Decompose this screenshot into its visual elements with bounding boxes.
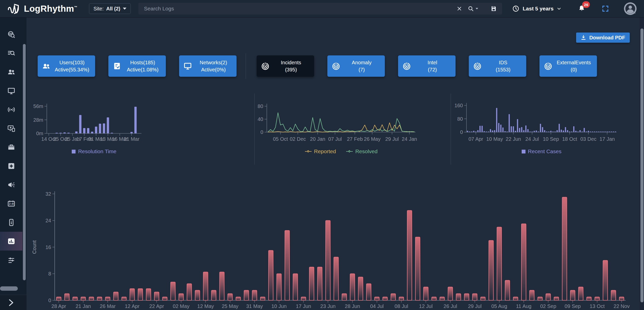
svg-text:29 Jul: 29 Jul: [385, 136, 399, 142]
alarms-icon: [7, 181, 16, 189]
svg-text:8: 8: [48, 271, 51, 276]
svg-text:24 Jul: 24 Jul: [525, 136, 539, 142]
svg-text:26 Jul: 26 Jul: [444, 303, 457, 309]
svg-text:10 Sep: 10 Sep: [543, 136, 559, 142]
users-icon: [42, 61, 51, 71]
expand-sidebar-button[interactable]: [0, 295, 27, 310]
svg-text:Count: Count: [32, 240, 37, 254]
time-range-selector[interactable]: Last 5 years: [512, 5, 561, 12]
target-icon: [544, 61, 553, 71]
settings-icon: [7, 256, 16, 264]
sidebar-item-network-activity[interactable]: [0, 100, 22, 119]
sidebar-item-dashboards[interactable]: [0, 232, 22, 251]
svg-text:12 Jul: 12 Jul: [419, 303, 433, 309]
recent-cases-panel: 08016007 Apr10 May22 Jun24 Jul10 Sep18 O…: [451, 94, 644, 165]
legend-marker: [346, 150, 353, 153]
sidebar-item-add-new[interactable]: [0, 157, 22, 175]
fullscreen-button[interactable]: [602, 5, 609, 12]
resolution-time-panel: 0m28m56m14 Oct25 Oct25 Jan17 Feb01 Mar13…: [27, 94, 254, 165]
legend-swatch: [522, 150, 525, 153]
chevron-down-icon: [476, 8, 478, 9]
save-search-icon[interactable]: [490, 5, 497, 12]
mobile-info-icon: [7, 218, 16, 227]
tab-ids[interactable]: IDS(1553): [469, 55, 526, 77]
legend-marker: [305, 150, 312, 153]
svg-text:09 Sep: 09 Sep: [565, 303, 581, 309]
svg-text:0: 0: [460, 129, 463, 135]
avatar-icon: [623, 2, 637, 16]
svg-text:04 Jul: 04 Jul: [370, 303, 384, 309]
svg-text:05 Oct: 05 Oct: [273, 136, 288, 142]
tab-externalevents[interactable]: ExternalEvents(0): [539, 55, 597, 77]
tab-label: Anomaly(7): [342, 59, 382, 73]
search-bar: [138, 3, 502, 14]
tab-users[interactable]: Users(103)Active(55.34%): [38, 55, 95, 77]
sidebar-item-host-monitor[interactable]: [0, 81, 22, 100]
svg-text:80: 80: [258, 103, 263, 109]
logo-mark-icon: [8, 3, 21, 14]
svg-text:25 May: 25 May: [222, 303, 239, 309]
sidebar-item-scheduled-reports[interactable]: 2:0: [0, 194, 22, 213]
sidebar-item-cases[interactable]: [0, 138, 22, 157]
brand-logo[interactable]: LogRhythm™: [8, 3, 77, 14]
incident-trend-panel: 0408005 Oct02 Dec20 Jan07 Jul27 Feb26 Ma…: [254, 94, 451, 165]
svg-text:21 Jan: 21 Jan: [76, 303, 91, 309]
clear-search-icon[interactable]: [456, 6, 462, 12]
add-new-icon: [7, 162, 16, 170]
tab-intel[interactable]: Intel(72): [398, 55, 456, 77]
user-avatar[interactable]: [623, 2, 637, 16]
svg-text:10 Jun: 10 Jun: [271, 303, 287, 309]
sidebar-item-log-search[interactable]: [0, 44, 22, 63]
tab-anomaly[interactable]: Anomaly(7): [327, 55, 385, 77]
legend-item[interactable]: Reported: [305, 148, 336, 154]
sidebar-item-people[interactable]: [0, 63, 22, 81]
tab-label: Hosts(185)Active(1.08%): [123, 59, 163, 73]
legend-item[interactable]: Recent Cases: [522, 148, 562, 154]
sidebar-item-endpoint-monitor[interactable]: [0, 119, 22, 138]
sidebar-vertical-scrollbar[interactable]: [23, 44, 26, 280]
svg-text:22 Nov: 22 Nov: [613, 303, 630, 309]
notifications-button[interactable]: 26: [578, 4, 586, 13]
host-monitor-icon: [7, 87, 16, 95]
horizontal-scrollbar[interactable]: [0, 286, 18, 291]
summary-charts-row: 0m28m56m14 Oct25 Oct25 Jan17 Feb01 Mar13…: [27, 94, 639, 165]
chevron-down-icon: [557, 6, 561, 11]
tab-networks[interactable]: Networks(2)Active(0%): [179, 55, 237, 77]
svg-text:07 Jul: 07 Jul: [328, 136, 342, 142]
svg-text:17 Jun: 17 Jun: [296, 303, 311, 309]
tab-label: IDS(1553): [483, 59, 523, 73]
svg-text:02 Sep: 02 Sep: [540, 303, 556, 309]
incident-trend-legend: ReportedResolved: [267, 148, 416, 154]
network-activity-icon: [7, 105, 16, 114]
tab-label: Incidents(395): [271, 59, 311, 73]
networks-icon: [183, 61, 192, 71]
svg-text:80: 80: [457, 116, 463, 122]
legend-label: Resolved: [355, 148, 378, 154]
svg-text:27 Feb: 27 Feb: [347, 136, 363, 142]
search-options-icon[interactable]: [467, 5, 478, 12]
sidebar-item-mobile-info[interactable]: [0, 213, 22, 232]
scheduled-reports-icon: 2:0: [7, 199, 16, 208]
tab-hosts[interactable]: Hosts(185)Active(1.08%): [108, 55, 166, 77]
sidebar-item-alarms[interactable]: [0, 175, 22, 194]
tab-incidents[interactable]: Incidents(395): [257, 55, 314, 77]
logrhythm-dashboard: LogRhythm™ Site: All (2) Last 5 years: [0, 0, 644, 310]
legend-item[interactable]: Resolved: [346, 148, 378, 154]
dashboards-icon: [7, 237, 16, 245]
tab-label: Users(103)Active(55.34%): [52, 59, 92, 73]
site-selector[interactable]: Site: All (2): [89, 3, 131, 14]
legend-label: Resolution Time: [78, 148, 116, 154]
search-input[interactable]: [143, 5, 451, 12]
download-pdf-button[interactable]: Download PDF: [576, 33, 630, 43]
svg-text:26 Mar: 26 Mar: [100, 303, 116, 309]
svg-text:32: 32: [46, 191, 51, 197]
svg-text:02 Dec: 02 Dec: [290, 136, 306, 142]
tab-label: Networks(2)Active(0%): [193, 59, 233, 73]
legend-item[interactable]: Resolution Time: [72, 148, 116, 154]
sidebar-item-case-search[interactable]: [0, 25, 22, 44]
page-scrollbar[interactable]: [640, 28, 643, 302]
tabs-divider: [246, 53, 246, 79]
clock-icon: [512, 5, 519, 12]
sidebar-item-settings[interactable]: [0, 251, 22, 269]
target-icon: [402, 61, 411, 71]
